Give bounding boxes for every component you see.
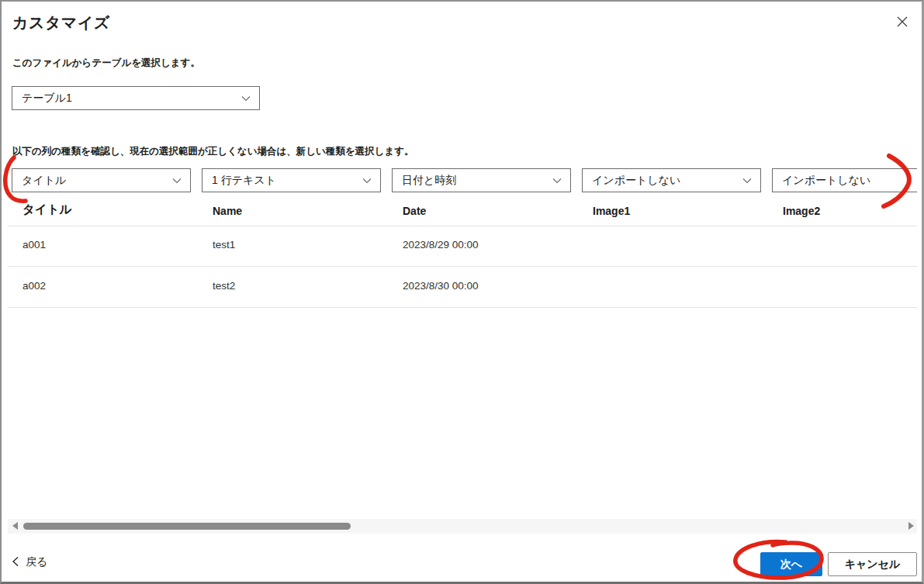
cell: a002 <box>22 280 46 292</box>
next-button[interactable]: 次へ <box>760 552 822 576</box>
chevron-down-icon <box>742 174 753 188</box>
back-label: 戻る <box>26 555 47 569</box>
row-divider <box>8 307 917 308</box>
scroll-left-icon[interactable] <box>12 522 18 530</box>
preview-header-title: タイトル <box>22 202 71 218</box>
chevron-down-icon <box>241 92 251 105</box>
column-type-dropdown-3[interactable]: 日付と時刻 <box>392 168 571 192</box>
column-type-value: 1 行テキスト <box>212 174 362 188</box>
preview-header-image2: Image2 <box>783 205 820 217</box>
dialog-title: カスタマイズ <box>12 12 110 33</box>
table-select-dropdown[interactable]: テーブル1 <box>12 86 260 110</box>
header-divider <box>8 226 917 226</box>
chevron-down-icon <box>362 174 372 188</box>
back-button[interactable]: 戻る <box>12 555 47 569</box>
column-type-value: インポートしない <box>592 174 742 188</box>
table-select-label: このファイルからテーブルを選択します。 <box>12 57 200 70</box>
cell: test2 <box>213 280 235 292</box>
column-type-dropdown-4[interactable]: インポートしない <box>582 168 761 192</box>
column-type-value: タイトル <box>22 174 171 188</box>
column-type-value: 日付と時刻 <box>402 174 552 188</box>
scrollbar-thumb[interactable] <box>23 523 351 530</box>
column-type-dropdown-1[interactable]: タイトル <box>12 168 191 192</box>
column-type-instruction: 以下の列の種類を確認し、現在の選択範囲が正しくない場合は、新しい種類を選択します… <box>12 145 414 158</box>
preview-header-image1: Image1 <box>593 205 630 217</box>
preview-header-date: Date <box>403 205 426 217</box>
cell: 2023/8/29 00:00 <box>403 239 479 251</box>
column-type-value: インポートしない <box>782 174 909 188</box>
table-select-value: テーブル1 <box>22 92 241 105</box>
cell: a001 <box>22 239 46 251</box>
horizontal-scrollbar[interactable] <box>8 519 917 534</box>
cell: 2023/8/30 00:00 <box>403 280 479 292</box>
close-button[interactable] <box>894 14 911 31</box>
close-icon <box>896 16 908 30</box>
chevron-left-icon <box>12 556 19 569</box>
customize-dialog: カスタマイズ このファイルからテーブルを選択します。 テーブル1 以下の列の種類… <box>0 0 924 584</box>
cell: test1 <box>213 239 235 251</box>
cancel-button[interactable]: キャンセル <box>828 552 917 576</box>
chevron-down-icon <box>171 174 182 188</box>
preview-header-name: Name <box>213 205 242 217</box>
column-type-dropdown-5[interactable]: インポートしない <box>772 168 917 192</box>
column-type-dropdown-2[interactable]: 1 行テキスト <box>202 168 381 192</box>
chevron-down-icon <box>552 174 562 188</box>
scroll-right-icon[interactable] <box>908 522 914 530</box>
row-divider <box>8 266 917 267</box>
